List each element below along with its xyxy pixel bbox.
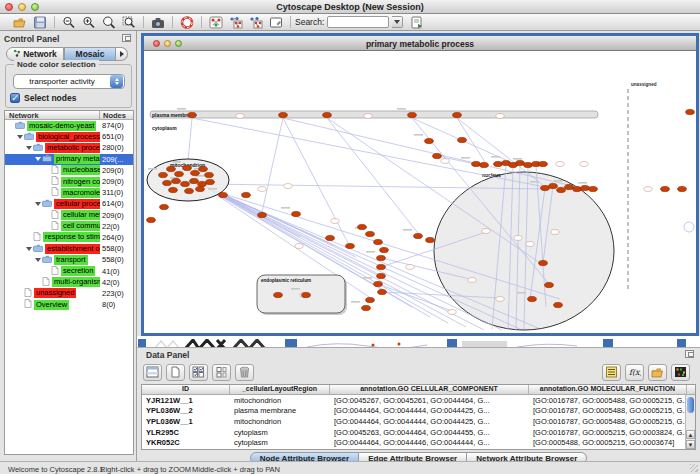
- node[interactable]: [185, 188, 194, 193]
- node[interactable]: [366, 231, 375, 236]
- node-color-select[interactable]: transporter activity: [13, 74, 125, 89]
- node[interactable]: [181, 181, 190, 186]
- edge[interactable]: [192, 118, 545, 187]
- node[interactable]: [541, 185, 550, 190]
- network-graph[interactable]: nucleusplasma membranecytoplasmmitochond…: [144, 51, 696, 333]
- table-row-yjr121w__1[interactable]: YJR121W__1mitochondrion[GO:0045267, GO:0…: [142, 395, 695, 406]
- node[interactable]: [678, 186, 687, 191]
- zoom-out-icon[interactable]: [62, 16, 76, 29]
- table-row-ylr295c[interactable]: YLR295Ccytoplasm[GO:0045263, GO:0044464,…: [142, 427, 695, 438]
- node-unmapped[interactable]: [482, 229, 490, 234]
- zoom-fit-icon[interactable]: [102, 16, 116, 29]
- node[interactable]: [494, 161, 503, 166]
- node[interactable]: [188, 112, 197, 117]
- node[interactable]: [167, 166, 176, 171]
- new-attribute-icon[interactable]: [166, 364, 185, 381]
- node[interactable]: [378, 289, 387, 294]
- column-header-0[interactable]: ID: [142, 385, 230, 394]
- network-from-selected-edges-icon[interactable]: [249, 16, 263, 29]
- node[interactable]: [279, 112, 288, 117]
- expand-arrow-icon[interactable]: [35, 202, 41, 206]
- zoom-in-icon[interactable]: [82, 16, 96, 29]
- node[interactable]: [516, 160, 525, 165]
- node-unmapped[interactable]: [496, 114, 504, 119]
- node-unmapped[interactable]: [284, 184, 292, 189]
- import-network-icon[interactable]: [410, 16, 424, 29]
- node[interactable]: [380, 247, 389, 252]
- edge[interactable]: [283, 118, 348, 243]
- search-dropdown-button[interactable]: [392, 16, 403, 28]
- tree-row-cellular-metabol[interactable]: cellular metabol209(0): [5, 210, 133, 221]
- node[interactable]: [302, 292, 311, 297]
- tree-row-primary-metabo[interactable]: primary metabo209(...: [5, 154, 133, 165]
- attribute-list-icon[interactable]: [602, 364, 621, 381]
- table-row-ydr039c__1[interactable]: YDR039C__1mitochondrion[GO:0044464, GO:0…: [142, 448, 695, 450]
- node[interactable]: [219, 192, 228, 197]
- node[interactable]: [472, 161, 481, 166]
- tree-row-transport[interactable]: transport558(0): [5, 254, 133, 265]
- node-unmapped[interactable]: [580, 162, 588, 167]
- node[interactable]: [326, 235, 335, 240]
- edge[interactable]: [327, 118, 418, 233]
- edge[interactable]: [283, 118, 577, 187]
- node-unmapped[interactable]: [551, 230, 559, 235]
- node[interactable]: [408, 112, 417, 117]
- node[interactable]: [573, 186, 582, 191]
- node[interactable]: [196, 186, 205, 191]
- node[interactable]: [426, 237, 435, 242]
- table-scrollbar[interactable]: ▲ ▼: [685, 395, 695, 449]
- node[interactable]: [323, 112, 332, 117]
- tree-row-unassigned[interactable]: unassigned223(0): [5, 288, 133, 299]
- annotation-icon[interactable]: [269, 16, 283, 29]
- expand-arrow-icon[interactable]: [17, 135, 23, 139]
- node[interactable]: [453, 112, 462, 117]
- scroll-up-button[interactable]: ▲: [686, 430, 695, 439]
- tree-row-multi-organism-pro[interactable]: multi-organism pro42(0): [5, 277, 133, 288]
- node[interactable]: [539, 260, 548, 265]
- node[interactable]: [458, 137, 467, 142]
- column-header-1[interactable]: _cellularLayoutRegion: [230, 385, 330, 394]
- attribute-table-icon[interactable]: [143, 364, 162, 381]
- node-unmapped[interactable]: [295, 244, 303, 249]
- node-unmapped[interactable]: [448, 310, 456, 315]
- node[interactable]: [362, 305, 371, 310]
- tab-scroll-right-button[interactable]: [116, 47, 128, 61]
- node[interactable]: [557, 187, 566, 192]
- node[interactable]: [190, 178, 199, 183]
- node[interactable]: [198, 181, 207, 186]
- node[interactable]: [539, 161, 548, 166]
- node[interactable]: [549, 183, 558, 188]
- select-nodes-checkbox[interactable]: ✓ Select nodes: [10, 93, 76, 103]
- scrollbar-thumb[interactable]: [687, 397, 694, 413]
- node[interactable]: [374, 281, 383, 286]
- float-data-panel-icon[interactable]: [685, 350, 694, 358]
- node-unmapped[interactable]: [364, 114, 372, 119]
- tree-row-establishment-of-lo[interactable]: establishment of lo558(0): [5, 243, 133, 254]
- table-row-ypl036w__1[interactable]: YPL036W__1mitochondrion[GO:0044464, GO:0…: [142, 416, 695, 427]
- node[interactable]: [274, 292, 283, 297]
- combo-stepper-icon[interactable]: [110, 75, 123, 88]
- node[interactable]: [160, 204, 169, 209]
- edge[interactable]: [205, 186, 380, 275]
- new-network-icon[interactable]: [209, 16, 223, 29]
- node[interactable]: [175, 171, 184, 176]
- tree-row-overview[interactable]: Overview8(0): [5, 299, 133, 310]
- plasma-membrane-region[interactable]: [150, 111, 598, 118]
- delete-attribute-icon[interactable]: [235, 364, 254, 381]
- node[interactable]: [589, 186, 598, 191]
- node-unmapped[interactable]: [556, 162, 564, 167]
- tree-row-mosaic-demo-yeast[interactable]: mosaic-demo-yeast874(0): [5, 120, 133, 131]
- expand-arrow-icon[interactable]: [26, 146, 32, 150]
- expand-arrow-icon[interactable]: [35, 157, 41, 161]
- node[interactable]: [172, 178, 181, 183]
- node-unmapped[interactable]: [526, 242, 534, 247]
- node[interactable]: [433, 153, 442, 158]
- tree-row-metabolic-process[interactable]: metabolic process280(0): [5, 142, 133, 153]
- snapshot-icon[interactable]: [151, 16, 165, 29]
- save-session-icon[interactable]: [33, 16, 47, 29]
- node[interactable]: [169, 187, 178, 192]
- open-file-icon[interactable]: [13, 16, 27, 29]
- node[interactable]: [163, 180, 172, 185]
- tree-row-nucleobase-[interactable]: nucleobase-209(0): [5, 165, 133, 176]
- node[interactable]: [147, 217, 156, 222]
